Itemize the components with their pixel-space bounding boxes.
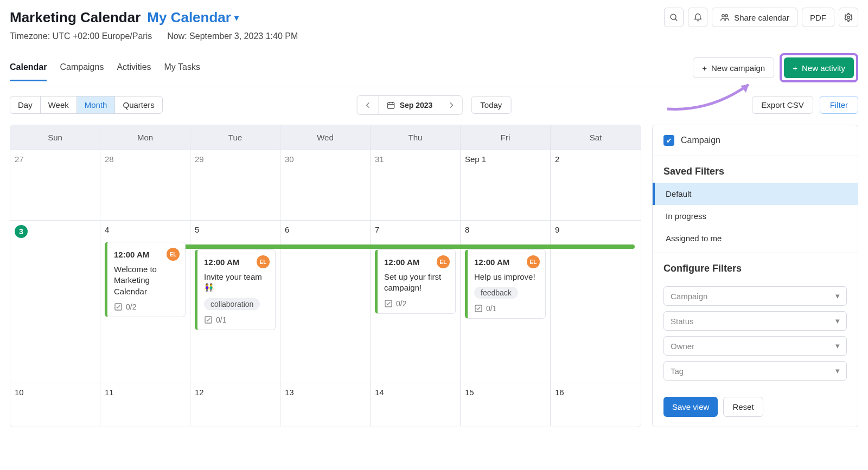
calendar-cell[interactable]: 11 xyxy=(100,383,190,426)
month-text: Sep 2023 xyxy=(400,101,433,110)
day-number: 6 xyxy=(285,225,366,234)
month-label[interactable]: Sep 2023 xyxy=(379,96,441,114)
calendar-grid: Sun Mon Tue Wed Thu Fri Sat 27 28 29 30 … xyxy=(10,125,641,427)
new-campaign-button[interactable]: + New campaign xyxy=(693,57,774,78)
event-card[interactable]: 12:00 AM EL Invite your team 👫 collabora… xyxy=(195,249,276,330)
saved-filter-assigned-to-me[interactable]: Assigned to me xyxy=(653,227,858,253)
calendar-cell[interactable]: 14 xyxy=(371,383,461,426)
event-tag: feedback xyxy=(474,287,518,299)
event-card[interactable]: 12:00 AM EL Welcome to Marketing Calenda… xyxy=(105,242,186,317)
tab-calendar[interactable]: Calendar xyxy=(10,55,47,81)
day-number: 7 xyxy=(375,225,456,234)
pdf-label: PDF xyxy=(810,13,826,22)
chevron-down-icon: ▾ xyxy=(835,291,840,301)
timezone-label: Timezone: UTC +02:00 Europe/Paris xyxy=(10,31,152,41)
checklist-count: 0/2 xyxy=(396,299,406,308)
calendar-cell[interactable]: 10 xyxy=(10,383,100,426)
day-number: 28 xyxy=(105,154,186,164)
chevron-down-icon: ▾ xyxy=(835,341,840,351)
app-title: Marketing Calendar xyxy=(10,9,141,26)
owner-select[interactable]: Owner▾ xyxy=(663,336,847,356)
event-checklist: 0/1 xyxy=(474,304,540,313)
calendar-cell[interactable]: 28 xyxy=(100,150,190,220)
filter-button[interactable]: Filter xyxy=(820,96,858,114)
view-day[interactable]: Day xyxy=(10,96,41,113)
calendar-cell[interactable]: 12 xyxy=(190,383,280,426)
svg-point-3 xyxy=(725,15,728,17)
month-navigator: Sep 2023 xyxy=(357,95,463,115)
view-week[interactable]: Week xyxy=(41,96,77,113)
calendar-cell[interactable]: 30 xyxy=(280,150,371,220)
chevron-down-icon: ▾ xyxy=(234,12,239,23)
calendar-cell[interactable]: 13 xyxy=(280,383,371,426)
calendar-cell[interactable]: 31 xyxy=(371,150,461,220)
chevron-left-icon xyxy=(364,101,372,109)
new-activity-label: New activity xyxy=(802,63,845,73)
annotation-highlight: + New activity xyxy=(780,53,858,82)
event-card[interactable]: 12:00 AM EL Set up your first campaign! … xyxy=(375,249,456,314)
today-button[interactable]: Today xyxy=(471,96,511,114)
calendar-cell[interactable]: 2 xyxy=(551,150,641,220)
tag-select[interactable]: Tag▾ xyxy=(663,361,847,381)
day-number: 9 xyxy=(555,225,636,234)
people-icon xyxy=(720,12,730,22)
calendar-cell[interactable]: 3 xyxy=(10,221,100,383)
today-marker: 3 xyxy=(15,225,28,238)
new-activity-button[interactable]: + New activity xyxy=(784,57,854,78)
svg-point-2 xyxy=(722,15,725,17)
select-placeholder: Tag xyxy=(671,366,684,376)
calendar-selector[interactable]: My Calendar ▾ xyxy=(147,9,239,26)
prev-month-button[interactable] xyxy=(358,96,379,114)
view-month[interactable]: Month xyxy=(77,96,116,113)
day-number: 13 xyxy=(285,388,366,397)
view-quarters[interactable]: Quarters xyxy=(115,96,162,113)
checklist-count: 0/1 xyxy=(216,316,226,324)
day-number: 30 xyxy=(285,154,366,164)
day-number: 31 xyxy=(375,154,456,164)
configure-filters-title: Configure Filters xyxy=(653,253,858,280)
saved-filter-default[interactable]: Default xyxy=(653,183,858,205)
gear-icon[interactable] xyxy=(839,8,858,27)
calendar-cell[interactable]: 29 xyxy=(190,150,280,220)
day-header-tue: Tue xyxy=(190,125,280,150)
day-header-mon: Mon xyxy=(100,125,190,150)
day-number: Sep 1 xyxy=(465,154,546,164)
export-csv-button[interactable]: Export CSV xyxy=(752,96,813,114)
share-calendar-button[interactable]: Share calendar xyxy=(712,8,797,27)
calendar-name: My Calendar xyxy=(147,9,231,26)
day-number: 14 xyxy=(375,388,456,397)
day-number: 16 xyxy=(555,388,636,397)
saved-filters-title: Saved Filters xyxy=(653,156,858,183)
calendar-cell[interactable]: 15 xyxy=(461,383,551,426)
next-month-button[interactable] xyxy=(440,96,462,114)
campaign-checkbox[interactable]: ✔ xyxy=(663,135,674,146)
now-label: Now: September 3, 2023 1:40 PM xyxy=(167,31,298,41)
campaign-select[interactable]: Campaign▾ xyxy=(663,286,847,306)
svg-rect-5 xyxy=(388,102,394,108)
reset-button[interactable]: Reset xyxy=(723,397,763,417)
event-time: 12:00 AM xyxy=(384,257,419,267)
search-icon[interactable] xyxy=(664,8,684,27)
status-select[interactable]: Status▾ xyxy=(663,311,847,331)
pdf-button[interactable]: PDF xyxy=(802,8,834,27)
calendar-cell[interactable]: Sep 1 xyxy=(461,150,551,220)
saved-filter-in-progress[interactable]: In progress xyxy=(653,205,858,227)
event-title: Help us improve! xyxy=(474,272,540,282)
tab-activities[interactable]: Activities xyxy=(117,55,151,81)
svg-line-1 xyxy=(675,18,677,21)
save-view-button[interactable]: Save view xyxy=(663,397,718,417)
tab-campaigns[interactable]: Campaigns xyxy=(60,55,104,81)
event-time: 12:00 AM xyxy=(114,250,149,259)
calendar-cell[interactable]: 27 xyxy=(10,150,100,220)
day-number: 10 xyxy=(15,388,95,397)
tab-my-tasks[interactable]: My Tasks xyxy=(164,55,200,81)
annotation-arrow xyxy=(662,79,760,117)
bell-icon[interactable] xyxy=(688,8,707,27)
filter-panel: ✔ Campaign Saved Filters Default In prog… xyxy=(652,125,858,427)
day-number: 8 xyxy=(465,225,546,234)
calendar-cell[interactable]: 16 xyxy=(551,383,641,426)
day-header-wed: Wed xyxy=(280,125,371,150)
chevron-right-icon xyxy=(447,101,455,109)
event-card[interactable]: 12:00 AM EL Help us improve! feedback 0/… xyxy=(465,249,546,319)
calendar-cell[interactable]: 4 12:00 AM EL Welcome to Marketing Calen… xyxy=(100,221,190,383)
